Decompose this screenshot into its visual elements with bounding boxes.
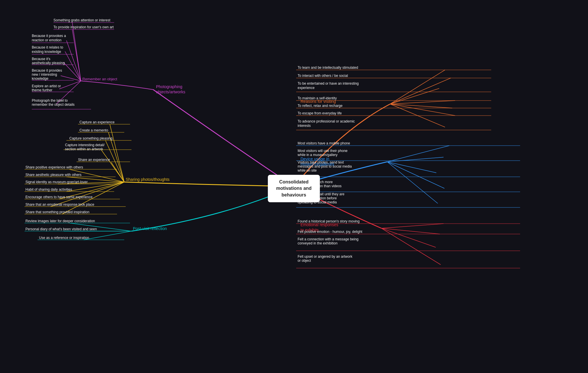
svg-text:Most visitors will use their p: Most visitors will use their phone <box>298 149 348 153</box>
svg-text:while on site: while on site <box>297 168 317 172</box>
svg-text:Signal identity as museum-goer: Signal identity as museum-goer/art-lover <box>25 180 88 184</box>
svg-text:Post-visit reflection: Post-visit reflection <box>133 226 167 231</box>
svg-text:Remember an object: Remember an object <box>82 77 117 81</box>
svg-text:or object: or object <box>298 259 311 263</box>
svg-text:new / interesting: new / interesting <box>32 73 57 77</box>
svg-text:Use as a reference or inspirat: Use as a reference or inspiration <box>39 236 89 240</box>
svg-text:Because it provokes a: Because it provokes a <box>32 34 66 38</box>
svg-text:Sharing photos/thoughts: Sharing photos/thoughts <box>126 177 170 182</box>
svg-text:Capture something pleasing: Capture something pleasing <box>69 136 112 140</box>
svg-text:Personal diary of what's been : Personal diary of what's been visited an… <box>25 227 97 231</box>
svg-text:Most visitors have a mobile ph: Most visitors have a mobile phone <box>298 141 350 145</box>
central-node: Consolidated motivations and behaviours <box>268 175 320 202</box>
svg-text:aesthetically pleasing: aesthetically pleasing <box>32 61 65 65</box>
svg-text:Share that an emotional respon: Share that an emotional response took pl… <box>25 203 94 207</box>
svg-text:theme further: theme further <box>32 88 52 92</box>
svg-text:conveyed in the exhibition: conveyed in the exhibition <box>298 241 337 245</box>
svg-text:Photograph the label to: Photograph the label to <box>32 99 68 103</box>
svg-text:To reflect, relax and recharge: To reflect, relax and recharge <box>298 104 343 108</box>
svg-text:remember the object details: remember the object details <box>32 103 75 107</box>
svg-text:Felt a connection with a messa: Felt a connection with a message being <box>298 237 359 241</box>
svg-text:objects/artworks: objects/artworks <box>156 90 185 94</box>
svg-text:while in a museum/gallery: while in a museum/gallery <box>297 153 337 157</box>
svg-text:existing knowledge: existing knowledge <box>32 50 61 54</box>
svg-text:Share an experience: Share an experience <box>78 158 110 162</box>
svg-text:Capture an experience: Capture an experience <box>79 120 115 124</box>
svg-text:To interact with others / be s: To interact with others / be social <box>298 74 348 78</box>
svg-text:To maintain a self-identity: To maintain a self-identity <box>298 96 337 100</box>
svg-text:messages and post to social me: messages and post to social media <box>298 164 352 168</box>
svg-text:experience: experience <box>298 86 315 90</box>
svg-text:To provide inspiration for use: To provide inspiration for user's own ar… <box>53 25 114 29</box>
svg-text:Explore an artist or: Explore an artist or <box>32 84 61 88</box>
svg-text:Share that something provided : Share that something provided inspiratio… <box>25 210 89 214</box>
svg-text:To advance professional or aca: To advance professional or academic <box>298 119 355 123</box>
svg-text:Because it provides: Because it provides <box>32 68 62 73</box>
svg-text:Because it's: Because it's <box>32 57 50 61</box>
svg-text:Because it relates to: Because it relates to <box>32 45 63 49</box>
svg-text:section within an artwork: section within an artwork <box>65 147 103 151</box>
svg-text:Encourage others to have same : Encourage others to have same experience <box>25 195 92 199</box>
svg-text:To be entertained or have an i: To be entertained or have an interesting <box>298 81 359 86</box>
svg-text:To learn and be intellectually: To learn and be intellectually stimulate… <box>298 66 358 70</box>
svg-text:Felt upset or angered by an ar: Felt upset or angered by an artwork <box>298 255 353 259</box>
svg-text:Create a memento: Create a memento <box>79 128 108 132</box>
svg-text:Something grabs attention or i: Something grabs attention or interest <box>53 18 110 22</box>
svg-text:reaction or emotion: reaction or emotion <box>32 38 62 42</box>
svg-text:To escape from everyday life: To escape from everyday life <box>298 111 342 115</box>
svg-text:Habit of sharing daily activit: Habit of sharing daily activities <box>25 188 72 192</box>
svg-text:Share positive experience with: Share positive experience with others <box>25 165 83 169</box>
svg-text:Visitors take photos, send tex: Visitors take photos, send text <box>298 160 344 164</box>
svg-text:Capture interesting detail/: Capture interesting detail/ <box>65 143 105 147</box>
svg-text:Photographing: Photographing <box>156 84 182 89</box>
svg-text:interests: interests <box>298 124 311 128</box>
svg-text:Found a historical person's st: Found a historical person's story moving <box>298 219 359 223</box>
svg-text:knowledge: knowledge <box>32 77 49 81</box>
svg-text:Felt positive emotion - humour: Felt positive emotion - humour, joy, del… <box>298 230 363 234</box>
svg-text:Review images later for deeper: Review images later for deeper considera… <box>25 219 95 223</box>
svg-text:Share aesthetic pleasure with : Share aesthetic pleasure with others <box>25 173 81 177</box>
